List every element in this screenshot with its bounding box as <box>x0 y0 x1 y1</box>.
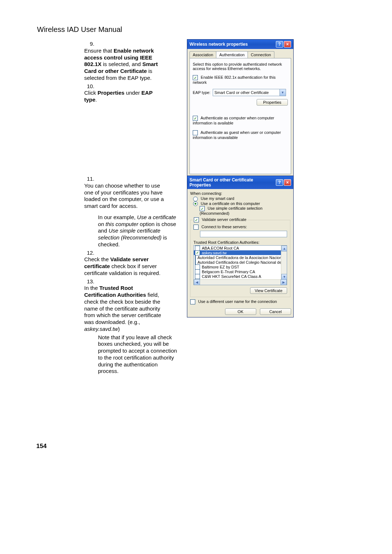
when-connecting-label: When connecting: <box>187 189 293 196</box>
dialog-titlebar[interactable]: Smart Card or other Certificate Properti… <box>187 176 293 189</box>
page-number: 154 <box>36 443 46 450</box>
connect-servers-label: Connect to these servers: <box>201 225 247 229</box>
tab-association[interactable]: Association <box>189 51 216 58</box>
validate-server-label: Validate server certificate <box>202 217 246 222</box>
simple-selection-label: Use simple certificate selection (Recomm… <box>200 206 262 216</box>
eap-type-dropdown[interactable]: Smart Card or other Certificate ▼ <box>213 89 286 96</box>
horizontal-scrollbar[interactable]: ◀ ▶ <box>194 279 287 285</box>
tab-authentication[interactable]: Authentication <box>216 51 248 58</box>
dialog-title: Wireless network properties <box>189 42 248 47</box>
servers-textbox[interactable] <box>200 231 287 237</box>
ca-checkbox[interactable] <box>195 260 196 265</box>
step-number: 12. <box>84 250 94 257</box>
step-number: 13. <box>84 278 94 285</box>
ca-checkbox[interactable] <box>195 264 200 270</box>
validate-server-checkbox[interactable]: ✓ <box>194 217 199 222</box>
step-12-text: Check the Validate server certificate ch… <box>84 256 164 276</box>
auth-as-guest-checkbox[interactable] <box>193 130 198 135</box>
ca-checkbox[interactable] <box>195 246 200 251</box>
step-13-note: Note that if you leave all check boxes u… <box>98 334 178 375</box>
ca-checkbox[interactable]: ✓ <box>195 250 200 255</box>
scroll-right-icon[interactable]: ▶ <box>281 279 287 285</box>
chevron-down-icon[interactable]: ▼ <box>279 89 286 96</box>
different-username-label: Use a different user name for the connec… <box>198 299 277 304</box>
close-icon[interactable]: × <box>284 179 291 186</box>
step-number: 9. <box>84 41 94 48</box>
help-icon[interactable]: ? <box>276 41 283 48</box>
wireless-properties-dialog: Wireless network properties ? × Associat… <box>187 39 294 188</box>
eap-type-label: EAP type: <box>193 90 211 95</box>
list-item[interactable]: C&W HKT SecureNet CA Class A <box>194 274 287 279</box>
step-11-para2: In our example, Use a certificate on thi… <box>98 214 178 248</box>
step-10-text: Click Properties under EAP type. <box>84 90 164 103</box>
auth-as-guest-label: Authenticate as guest when user or compu… <box>193 130 281 140</box>
step-number: 10. <box>84 83 94 90</box>
enable-8021x-label: Enable IEEE 802.1x authentication for th… <box>193 75 275 85</box>
list-item[interactable]: Autoridad Certificadora de la Asociacion… <box>194 255 287 260</box>
use-certificate-radio[interactable] <box>193 201 198 206</box>
scroll-left-icon[interactable]: ◀ <box>194 279 200 285</box>
step-11-text: You can choose whether to use one of you… <box>84 182 164 210</box>
list-item[interactable]: Belgacom E-Trust Primary CA <box>194 269 287 274</box>
cancel-button[interactable]: Cancel <box>260 308 291 315</box>
use-smart-card-radio[interactable] <box>193 197 198 201</box>
smartcard-properties-dialog: Smart Card or other Certificate Properti… <box>187 176 294 317</box>
dialog-titlebar[interactable]: Wireless network properties ? × <box>187 40 293 49</box>
list-item[interactable]: Autoridad Certificadora del Colegio Naci… <box>194 260 287 264</box>
list-item[interactable]: ✓askey.savd.tw <box>194 250 287 255</box>
list-item[interactable]: ABA.ECOM Root CA <box>194 246 287 250</box>
step-number: 11. <box>84 176 94 182</box>
connect-servers-checkbox[interactable] <box>193 225 199 230</box>
step-13-text: In the Trusted Root Certification Author… <box>84 285 164 332</box>
ca-checkbox[interactable] <box>195 269 200 274</box>
step-9-text: Ensure that Enable network access contro… <box>84 48 164 82</box>
close-icon[interactable]: × <box>284 41 291 48</box>
dialog-title: Smart Card or other Certificate Properti… <box>189 177 276 188</box>
view-certificate-button[interactable]: View Certificate <box>250 287 287 294</box>
ca-checkbox[interactable] <box>195 274 200 279</box>
simple-selection-checkbox[interactable]: ✓ <box>200 206 205 211</box>
manual-title: Wireless IAD User Manual <box>37 25 122 34</box>
auth-description: Select this option to provide authentica… <box>193 62 288 71</box>
vertical-scrollbar[interactable]: ▲ ▼ <box>281 246 287 280</box>
list-item[interactable]: Baltimore EZ by DST <box>194 264 287 269</box>
different-username-checkbox[interactable] <box>190 299 195 304</box>
use-smart-card-label: Use my smart card <box>201 196 234 201</box>
auth-as-computer-label: Authenticate as computer when computer i… <box>193 116 274 125</box>
eap-type-value: Smart Card or other Certificate <box>213 90 279 95</box>
trusted-root-listbox[interactable]: ABA.ECOM Root CA ✓askey.savd.tw Autorida… <box>193 245 287 285</box>
auth-as-computer-checkbox[interactable]: ✓ <box>193 116 198 121</box>
tab-connection[interactable]: Connection <box>248 51 274 58</box>
properties-button[interactable]: Properties <box>257 99 288 106</box>
ca-checkbox[interactable] <box>195 255 196 260</box>
scroll-down-icon[interactable]: ▼ <box>281 274 287 280</box>
use-certificate-label: Use a certificate on this computer <box>201 201 260 206</box>
enable-8021x-checkbox[interactable]: ✓ <box>193 75 198 80</box>
trca-label: Trusted Root Certification Authorities: <box>193 240 287 245</box>
help-icon[interactable]: ? <box>276 179 283 186</box>
ok-button[interactable]: OK <box>225 308 256 315</box>
scroll-up-icon[interactable]: ▲ <box>281 246 287 251</box>
